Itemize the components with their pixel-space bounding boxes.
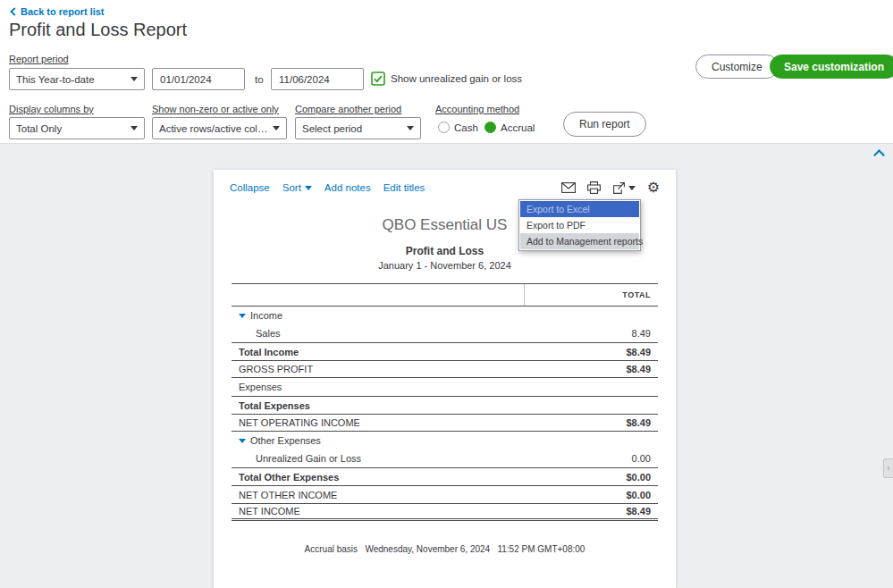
compare-period-value: Select period: [302, 123, 366, 134]
row-label[interactable]: Unrealized Gain or Loss: [256, 453, 361, 464]
customize-button[interactable]: Customize: [695, 55, 779, 79]
add-notes-link[interactable]: Add notes: [324, 182, 371, 193]
table-header-row: TOTAL: [232, 283, 658, 307]
report-toolbar-icons: ⚙: [561, 181, 660, 195]
chevron-down-icon: [273, 126, 280, 130]
row-label: Other Expenses: [250, 435, 321, 446]
collapse-triangle-icon[interactable]: [239, 439, 246, 443]
row-label: GROSS PROFIT: [239, 364, 313, 374]
menu-item-export-to-pdf[interactable]: Export to PDF: [520, 217, 639, 233]
accrual-radio[interactable]: Accrual: [484, 122, 535, 133]
email-icon[interactable]: [561, 182, 576, 193]
row-value: $0.00: [626, 490, 658, 500]
table-row-net-income: NET INCOME $8.49: [232, 503, 658, 521]
export-icon[interactable]: [612, 181, 636, 195]
display-columns-value: Total Only: [16, 123, 66, 134]
chevron-down-icon: [305, 186, 312, 190]
gear-icon[interactable]: ⚙: [647, 181, 660, 195]
report-period-select[interactable]: This Year-to-date: [9, 68, 145, 90]
report-period-label: Report period: [9, 54, 69, 64]
report-filter-panel: Back to report list Profit and Loss Repo…: [0, 0, 893, 143]
report-content-area: Collapse Sort Add notes Edit titles ⚙ Ex…: [0, 143, 893, 588]
show-unrealized-gain-checkbox[interactable]: Show unrealized gain or loss: [371, 71, 522, 86]
table-row-total-income: Total Income $8.49: [232, 342, 658, 360]
radio-off-icon: [438, 122, 450, 133]
column-divider: [524, 284, 525, 306]
export-dropdown-menu: Export to Excel Export to PDF Add to Man…: [518, 199, 641, 251]
end-date-input[interactable]: [271, 68, 364, 90]
report-table: TOTAL Income Sales 8.49 Total Income $8.…: [232, 283, 658, 521]
start-date-input[interactable]: [152, 68, 245, 90]
menu-item-export-to-excel[interactable]: Export to Excel: [520, 201, 639, 217]
report-date-range: January 1 - November 6, 2024: [214, 260, 676, 271]
table-row-other-expenses: Other Expenses: [232, 432, 658, 449]
collapse-triangle-icon[interactable]: [239, 314, 246, 318]
accrual-radio-label: Accrual: [501, 122, 535, 133]
chevron-down-icon: [628, 186, 636, 190]
print-icon[interactable]: [587, 181, 601, 194]
display-columns-label: Display columns by: [9, 104, 94, 114]
table-row-total-other-expenses: Total Other Expenses $0.00: [232, 467, 658, 485]
report-footer: Accrual basis Wednesday, November 6, 202…: [214, 544, 676, 554]
total-column-header: TOTAL: [622, 290, 658, 299]
table-row-gross-profit: GROSS PROFIT $8.49: [232, 360, 658, 378]
back-chevron-icon: [9, 7, 17, 16]
table-row-income: Income: [232, 307, 658, 324]
row-label: Total Expenses: [239, 400, 310, 411]
chevron-down-icon: [131, 77, 138, 81]
row-value: $8.49: [626, 417, 658, 428]
collapse-filter-panel-chevron[interactable]: [871, 147, 887, 160]
save-customization-button[interactable]: Save customization: [770, 55, 893, 79]
chevron-right-icon: ›: [888, 464, 890, 473]
side-panel-toggle[interactable]: ›: [883, 458, 893, 478]
back-to-report-list-link[interactable]: Back to report list: [9, 6, 105, 17]
cash-radio[interactable]: Cash: [438, 122, 478, 133]
row-value: 0.00: [632, 453, 658, 464]
chevron-down-icon: [407, 126, 414, 130]
row-value: $8.49: [626, 347, 658, 357]
report-card: Collapse Sort Add notes Edit titles ⚙ Ex…: [214, 170, 676, 588]
back-link-label: Back to report list: [21, 6, 105, 17]
display-columns-select[interactable]: Total Only: [9, 117, 145, 139]
row-value: $0.00: [626, 472, 658, 483]
row-label: NET OTHER INCOME: [239, 490, 337, 500]
date-range-to-label: to: [255, 74, 264, 85]
table-row-expenses: Expenses: [232, 378, 658, 396]
table-row-net-other-income: NET OTHER INCOME $0.00: [232, 485, 658, 503]
table-row-total-expenses: Total Expenses: [232, 396, 658, 414]
row-label: Total Income: [239, 347, 299, 357]
non-zero-value: Active rows/active columns: [159, 123, 273, 134]
row-label: NET INCOME: [239, 506, 300, 517]
row-label: Expenses: [239, 382, 282, 392]
row-label: NET OPERATING INCOME: [239, 417, 360, 428]
page-title: Profit and Loss Report: [9, 20, 187, 40]
row-label: Total Other Expenses: [239, 472, 339, 483]
table-row-net-operating-income: NET OPERATING INCOME $8.49: [232, 414, 658, 432]
row-label[interactable]: Sales: [256, 328, 281, 339]
run-report-button[interactable]: Run report: [563, 112, 646, 137]
row-label: Income: [250, 310, 282, 321]
radio-on-icon: [484, 122, 496, 133]
cash-radio-label: Cash: [454, 122, 478, 133]
table-row-unrealized-gain-loss: Unrealized Gain or Loss 0.00: [232, 449, 658, 467]
compare-period-select[interactable]: Select period: [295, 117, 421, 139]
sort-link[interactable]: Sort: [282, 182, 312, 193]
accounting-method-label: Accounting method: [435, 104, 519, 114]
non-zero-select[interactable]: Active rows/active columns: [152, 117, 287, 139]
edit-titles-link[interactable]: Edit titles: [383, 182, 425, 193]
unrealized-checkbox-label: Show unrealized gain or loss: [391, 73, 522, 84]
table-row-sales: Sales 8.49: [232, 324, 658, 342]
compare-period-label: Compare another period: [295, 104, 401, 114]
collapse-rows-link[interactable]: Collapse: [230, 182, 270, 193]
report-toolbar: Collapse Sort Add notes Edit titles ⚙: [214, 170, 676, 198]
row-value: $8.49: [626, 364, 658, 374]
report-period-value: This Year-to-date: [16, 74, 99, 85]
menu-item-add-to-management-reports[interactable]: Add to Management reports: [520, 233, 639, 249]
chevron-down-icon: [131, 126, 138, 130]
checkbox-checked-icon: [371, 71, 385, 86]
row-value: $8.49: [626, 506, 658, 517]
row-value: 8.49: [632, 328, 658, 339]
non-zero-label: Show non-zero or active only: [152, 104, 279, 114]
